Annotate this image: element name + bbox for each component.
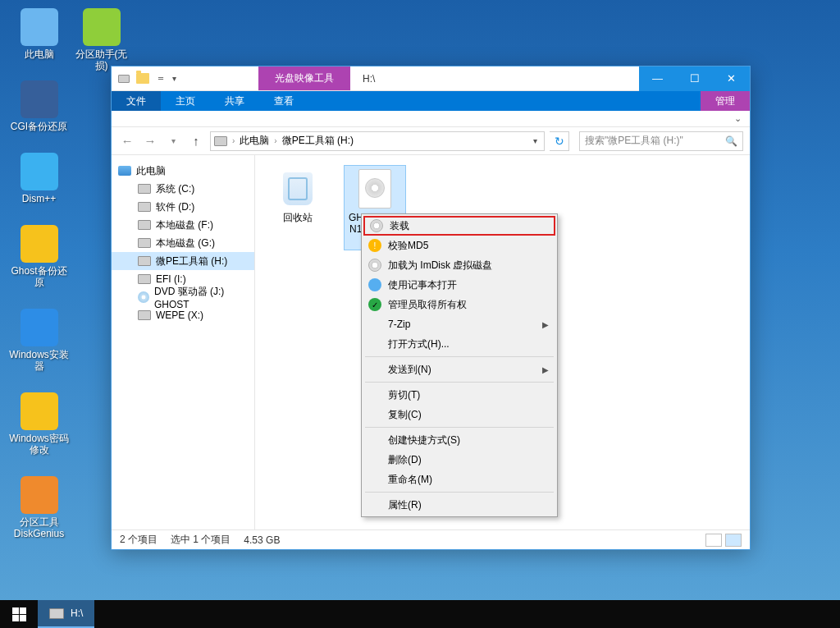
taskbar: H:\: [0, 600, 840, 628]
desktop-icon-diskg[interactable]: 分区工具DiskGenius: [8, 476, 70, 539]
desktop-icon-winpwd[interactable]: Windows密码修改: [8, 392, 70, 456]
tree-node[interactable]: 系统 (C:): [112, 180, 254, 198]
drive-icon: [138, 310, 151, 320]
menu-item-label: 装载: [390, 219, 409, 233]
drive-icon: [118, 75, 130, 83]
tree-node-label: WEPE (X:): [156, 309, 203, 321]
menu-item[interactable]: ✓管理员取得所有权: [363, 295, 555, 314]
menu-item[interactable]: 发送到(N)▶: [363, 360, 555, 379]
disc-icon: [368, 259, 381, 272]
menu-item[interactable]: 装载: [363, 216, 555, 236]
file-item-label: 回收站: [283, 212, 313, 223]
tree-node[interactable]: 软件 (D:): [112, 198, 254, 216]
tree-node[interactable]: 微PE工具箱 (H:): [112, 252, 254, 270]
desktop-icon-pc[interactable]: 此电脑: [8, 8, 70, 60]
menu-item-label: 发送到(N): [388, 363, 431, 377]
search-input[interactable]: 搜索"微PE工具箱 (H:)" 🔍: [579, 131, 743, 151]
desktop-icon-label: Windows安装器: [8, 349, 70, 372]
tab-file[interactable]: 文件: [112, 91, 161, 111]
refresh-button[interactable]: ↻: [550, 131, 569, 151]
menu-item-label: 加载为 ImDisk 虚拟磁盘: [388, 259, 492, 273]
desktop-icon-ghost[interactable]: Ghost备份还原: [8, 225, 70, 288]
menu-separator: [365, 492, 554, 493]
up-button[interactable]: ↑: [187, 132, 205, 150]
status-bar: 2 个项目 选中 1 个项目 4.53 GB: [112, 529, 750, 549]
equals-icon[interactable]: ＝: [156, 71, 166, 85]
menu-item[interactable]: 重命名(M): [363, 470, 555, 489]
desktop-icon-part[interactable]: 分区助手(无损): [71, 8, 132, 71]
pc-icon: [118, 166, 131, 176]
forward-button[interactable]: →: [141, 132, 159, 150]
desktop-icon-label: 此电脑: [25, 48, 54, 60]
window-title: H:\: [363, 73, 375, 85]
address-dropdown-icon[interactable]: ▾: [530, 136, 541, 145]
menu-item[interactable]: 复制(C): [363, 405, 555, 424]
submenu-arrow-icon: ▶: [542, 365, 549, 374]
tab-home[interactable]: 主页: [161, 91, 210, 111]
tree-node-label: DVD 驱动器 (J:) GHOST: [154, 285, 254, 310]
desktop-icon-dism[interactable]: Dism++: [8, 153, 70, 204]
menu-item-label: 复制(C): [388, 408, 422, 422]
menu-item[interactable]: 剪切(T): [363, 385, 555, 405]
desktop-icon-wininst[interactable]: Windows安装器: [8, 309, 70, 372]
menu-item-label: 属性(R): [388, 498, 422, 512]
iso-file-icon: [358, 169, 391, 209]
menu-item[interactable]: 7-Zip▶: [363, 314, 555, 334]
close-button[interactable]: ✕: [713, 66, 750, 91]
ribbon-expand-icon[interactable]: ⌄: [734, 113, 742, 124]
contextual-tab-header: 光盘映像工具: [258, 66, 350, 90]
tab-manage[interactable]: 管理: [701, 91, 750, 111]
tab-view[interactable]: 查看: [259, 91, 308, 111]
menu-item[interactable]: 使用记事本打开: [363, 275, 555, 295]
menu-item[interactable]: 加载为 ImDisk 虚拟磁盘: [363, 255, 555, 275]
status-size: 4.53 GB: [244, 534, 280, 546]
tree-root[interactable]: 此电脑: [112, 162, 254, 180]
quick-access-toolbar: ＝ ▾: [112, 71, 176, 85]
menu-item[interactable]: !校验MD5: [363, 236, 555, 255]
status-selection: 选中 1 个项目: [171, 533, 231, 547]
desktop-icon-cgi[interactable]: CGI备份还原: [8, 80, 70, 132]
history-dropdown[interactable]: ▾: [164, 132, 182, 150]
drive-icon: [138, 184, 151, 194]
warn-icon: !: [368, 239, 381, 252]
menu-item[interactable]: 删除(D): [363, 450, 555, 470]
drive-icon: [138, 238, 151, 248]
maximize-button[interactable]: ☐: [676, 66, 713, 91]
address-bar[interactable]: › 此电脑 › 微PE工具箱 (H:) ▾: [210, 131, 545, 151]
tree-node[interactable]: 本地磁盘 (F:): [112, 216, 254, 234]
desktop-icon-label: Dism++: [22, 193, 56, 204]
recycle-bin-icon: [283, 172, 313, 205]
taskbar-button-label: H:\: [71, 607, 83, 619]
minimize-button[interactable]: —: [639, 66, 676, 91]
desktop-icon-label: CGI备份还原: [11, 121, 67, 132]
qat-dropdown-icon[interactable]: ▾: [172, 74, 176, 83]
folder-icon[interactable]: [136, 73, 149, 84]
menu-item-label: 重命名(M): [388, 473, 432, 487]
menu-item[interactable]: 打开方式(H)...: [363, 334, 555, 354]
menu-item-label: 使用记事本打开: [388, 278, 457, 292]
breadcrumb-root[interactable]: 此电脑: [236, 132, 272, 149]
menu-separator: [365, 356, 554, 357]
menu-item[interactable]: 属性(R): [363, 495, 555, 515]
taskbar-button-explorer[interactable]: H:\: [38, 600, 94, 628]
navigation-tree: 此电脑系统 (C:)软件 (D:)本地磁盘 (F:)本地磁盘 (G:)微PE工具…: [112, 155, 255, 529]
search-icon: 🔍: [725, 135, 737, 147]
tree-node-label: 本地磁盘 (F:): [156, 218, 213, 232]
windows-logo-icon: [12, 607, 26, 621]
tree-node[interactable]: 本地磁盘 (G:): [112, 234, 254, 252]
tree-node-label: 软件 (D:): [156, 200, 194, 214]
menu-item[interactable]: 创建快捷方式(S): [363, 430, 555, 450]
back-button[interactable]: ←: [118, 132, 136, 150]
tree-node[interactable]: DVD 驱动器 (J:) GHOST: [112, 288, 254, 306]
start-button[interactable]: [0, 600, 38, 628]
tab-share[interactable]: 共享: [210, 91, 259, 111]
breadcrumb-current[interactable]: 微PE工具箱 (H:): [279, 132, 357, 149]
drive-icon: [138, 256, 151, 266]
drive-icon: [138, 202, 151, 212]
view-details-button[interactable]: [705, 534, 722, 547]
drive-icon: [214, 136, 227, 146]
view-icons-button[interactable]: [725, 534, 742, 547]
tree-node-label: 本地磁盘 (G:): [156, 236, 215, 250]
file-item[interactable]: 回收站: [267, 165, 329, 227]
menu-item-label: 校验MD5: [388, 239, 428, 253]
